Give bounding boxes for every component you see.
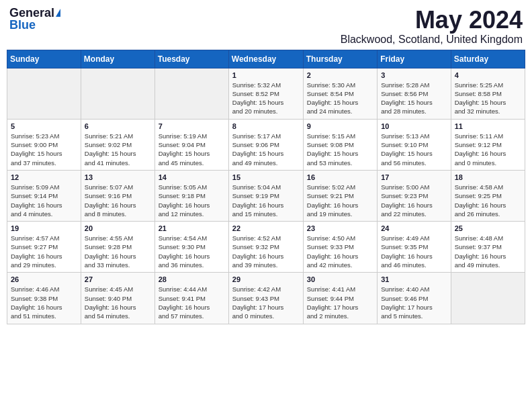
day-info: Sunrise: 4:40 AMSunset: 9:46 PMDaylight:… xyxy=(381,285,447,320)
day-number: 10 xyxy=(381,122,447,130)
day-number: 31 xyxy=(381,275,447,283)
day-info: Sunrise: 5:28 AMSunset: 8:56 PMDaylight:… xyxy=(381,81,447,116)
day-info: Sunrise: 5:21 AMSunset: 9:02 PMDaylight:… xyxy=(85,132,151,167)
calendar-cell: 3Sunrise: 5:28 AMSunset: 8:56 PMDaylight… xyxy=(378,68,451,119)
calendar-cell xyxy=(7,68,81,119)
month-title: May 2024 xyxy=(341,7,523,34)
calendar-cell: 27Sunrise: 4:45 AMSunset: 9:40 PMDayligh… xyxy=(81,273,154,324)
day-info: Sunrise: 5:07 AMSunset: 9:16 PMDaylight:… xyxy=(85,183,151,218)
day-number: 29 xyxy=(232,275,300,283)
calendar-cell: 16Sunrise: 5:02 AMSunset: 9:21 PMDayligh… xyxy=(303,170,377,221)
day-info: Sunrise: 4:45 AMSunset: 9:40 PMDaylight:… xyxy=(85,285,151,320)
day-info: Sunrise: 4:50 AMSunset: 9:33 PMDaylight:… xyxy=(307,234,373,269)
page-header: General Blue May 2024 Blackwood, Scotlan… xyxy=(7,7,525,46)
day-number: 17 xyxy=(381,173,447,181)
day-number: 16 xyxy=(307,173,373,181)
day-info: Sunrise: 4:42 AMSunset: 9:43 PMDaylight:… xyxy=(232,285,300,320)
day-number: 22 xyxy=(232,224,300,232)
calendar-header-row: SundayMondayTuesdayWednesdayThursdayFrid… xyxy=(7,50,525,68)
title-area: May 2024 Blackwood, Scotland, United Kin… xyxy=(341,7,523,46)
day-info: Sunrise: 5:00 AMSunset: 9:23 PMDaylight:… xyxy=(381,183,447,218)
day-info: Sunrise: 5:17 AMSunset: 9:06 PMDaylight:… xyxy=(232,132,300,167)
day-info: Sunrise: 5:09 AMSunset: 9:14 PMDaylight:… xyxy=(11,183,77,218)
day-number: 15 xyxy=(232,173,300,181)
day-header-sunday: Sunday xyxy=(7,50,81,68)
day-info: Sunrise: 4:44 AMSunset: 9:41 PMDaylight:… xyxy=(159,285,225,320)
calendar-week-4: 19Sunrise: 4:57 AMSunset: 9:27 PMDayligh… xyxy=(7,222,525,273)
day-info: Sunrise: 5:32 AMSunset: 8:52 PMDaylight:… xyxy=(232,81,300,116)
day-number: 4 xyxy=(455,71,521,79)
calendar-cell: 12Sunrise: 5:09 AMSunset: 9:14 PMDayligh… xyxy=(7,170,81,221)
day-info: Sunrise: 5:11 AMSunset: 9:12 PMDaylight:… xyxy=(455,132,521,167)
day-number: 26 xyxy=(11,275,77,283)
calendar-cell: 6Sunrise: 5:21 AMSunset: 9:02 PMDaylight… xyxy=(81,119,154,170)
logo-general-text: General xyxy=(9,7,54,19)
calendar-cell: 23Sunrise: 4:50 AMSunset: 9:33 PMDayligh… xyxy=(303,222,377,273)
calendar-cell: 18Sunrise: 4:58 AMSunset: 9:25 PMDayligh… xyxy=(451,170,525,221)
day-number: 25 xyxy=(455,224,521,232)
day-info: Sunrise: 4:57 AMSunset: 9:27 PMDaylight:… xyxy=(11,234,77,269)
day-number: 21 xyxy=(159,224,225,232)
calendar-cell: 28Sunrise: 4:44 AMSunset: 9:41 PMDayligh… xyxy=(154,273,228,324)
location-text: Blackwood, Scotland, United Kingdom xyxy=(341,34,523,46)
day-info: Sunrise: 4:41 AMSunset: 9:44 PMDaylight:… xyxy=(307,285,373,320)
day-number: 27 xyxy=(85,275,151,283)
calendar-cell xyxy=(81,68,154,119)
day-number: 18 xyxy=(455,173,521,181)
day-number: 12 xyxy=(11,173,77,181)
day-info: Sunrise: 5:25 AMSunset: 8:58 PMDaylight:… xyxy=(455,81,521,116)
logo-triangle-icon xyxy=(56,9,60,17)
calendar-cell: 11Sunrise: 5:11 AMSunset: 9:12 PMDayligh… xyxy=(451,119,525,170)
day-info: Sunrise: 4:46 AMSunset: 9:38 PMDaylight:… xyxy=(11,285,77,320)
day-number: 19 xyxy=(11,224,77,232)
day-header-saturday: Saturday xyxy=(451,50,525,68)
calendar-week-1: 1Sunrise: 5:32 AMSunset: 8:52 PMDaylight… xyxy=(7,68,525,119)
day-info: Sunrise: 4:52 AMSunset: 9:32 PMDaylight:… xyxy=(232,234,300,269)
calendar-cell: 26Sunrise: 4:46 AMSunset: 9:38 PMDayligh… xyxy=(7,273,81,324)
calendar-week-3: 12Sunrise: 5:09 AMSunset: 9:14 PMDayligh… xyxy=(7,170,525,221)
day-number: 6 xyxy=(85,122,151,130)
day-info: Sunrise: 4:58 AMSunset: 9:25 PMDaylight:… xyxy=(455,183,521,218)
day-number: 11 xyxy=(455,122,521,130)
day-info: Sunrise: 5:13 AMSunset: 9:10 PMDaylight:… xyxy=(381,132,447,167)
day-info: Sunrise: 5:04 AMSunset: 9:19 PMDaylight:… xyxy=(232,183,300,218)
day-number: 9 xyxy=(307,122,373,130)
day-info: Sunrise: 5:19 AMSunset: 9:04 PMDaylight:… xyxy=(159,132,225,167)
calendar-cell: 4Sunrise: 5:25 AMSunset: 8:58 PMDaylight… xyxy=(451,68,525,119)
day-info: Sunrise: 4:54 AMSunset: 9:30 PMDaylight:… xyxy=(159,234,225,269)
day-number: 23 xyxy=(307,224,373,232)
calendar-cell: 21Sunrise: 4:54 AMSunset: 9:30 PMDayligh… xyxy=(154,222,228,273)
day-info: Sunrise: 5:15 AMSunset: 9:08 PMDaylight:… xyxy=(307,132,373,167)
calendar-cell: 25Sunrise: 4:48 AMSunset: 9:37 PMDayligh… xyxy=(451,222,525,273)
calendar-cell: 1Sunrise: 5:32 AMSunset: 8:52 PMDaylight… xyxy=(228,68,303,119)
day-info: Sunrise: 4:48 AMSunset: 9:37 PMDaylight:… xyxy=(455,234,521,269)
day-info: Sunrise: 5:30 AMSunset: 8:54 PMDaylight:… xyxy=(307,81,373,116)
calendar-week-5: 26Sunrise: 4:46 AMSunset: 9:38 PMDayligh… xyxy=(7,273,525,324)
day-number: 2 xyxy=(307,71,373,79)
day-number: 1 xyxy=(232,71,300,79)
calendar-cell: 13Sunrise: 5:07 AMSunset: 9:16 PMDayligh… xyxy=(81,170,154,221)
calendar-week-2: 5Sunrise: 5:23 AMSunset: 9:00 PMDaylight… xyxy=(7,119,525,170)
calendar-cell: 17Sunrise: 5:00 AMSunset: 9:23 PMDayligh… xyxy=(378,170,451,221)
calendar-cell: 19Sunrise: 4:57 AMSunset: 9:27 PMDayligh… xyxy=(7,222,81,273)
calendar-cell xyxy=(154,68,228,119)
day-number: 20 xyxy=(85,224,151,232)
calendar-cell: 7Sunrise: 5:19 AMSunset: 9:04 PMDaylight… xyxy=(154,119,228,170)
day-number: 8 xyxy=(232,122,300,130)
calendar-cell: 10Sunrise: 5:13 AMSunset: 9:10 PMDayligh… xyxy=(378,119,451,170)
day-number: 3 xyxy=(381,71,447,79)
day-info: Sunrise: 4:55 AMSunset: 9:28 PMDaylight:… xyxy=(85,234,151,269)
day-info: Sunrise: 4:49 AMSunset: 9:35 PMDaylight:… xyxy=(381,234,447,269)
logo: General Blue xyxy=(9,7,60,32)
day-header-tuesday: Tuesday xyxy=(154,50,228,68)
calendar-cell: 2Sunrise: 5:30 AMSunset: 8:54 PMDaylight… xyxy=(303,68,377,119)
day-number: 30 xyxy=(307,275,373,283)
day-number: 24 xyxy=(381,224,447,232)
day-header-monday: Monday xyxy=(81,50,154,68)
calendar-cell: 24Sunrise: 4:49 AMSunset: 9:35 PMDayligh… xyxy=(378,222,451,273)
day-header-wednesday: Wednesday xyxy=(228,50,303,68)
day-info: Sunrise: 5:23 AMSunset: 9:00 PMDaylight:… xyxy=(11,132,77,167)
calendar-cell: 31Sunrise: 4:40 AMSunset: 9:46 PMDayligh… xyxy=(378,273,451,324)
calendar-cell: 8Sunrise: 5:17 AMSunset: 9:06 PMDaylight… xyxy=(228,119,303,170)
calendar-cell: 22Sunrise: 4:52 AMSunset: 9:32 PMDayligh… xyxy=(228,222,303,273)
